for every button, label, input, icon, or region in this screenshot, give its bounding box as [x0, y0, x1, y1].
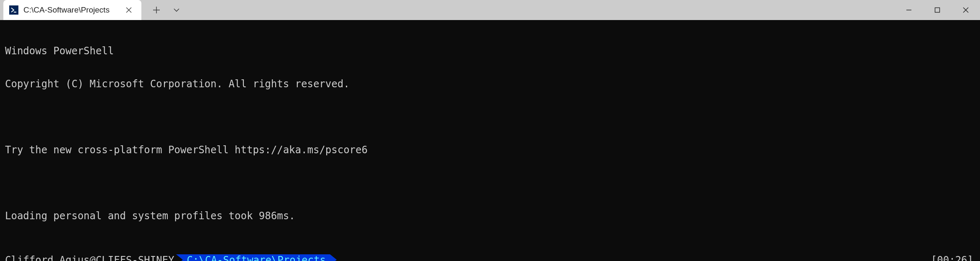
svg-rect-6: [935, 8, 940, 13]
tab-title: C:\CA-Software\Projects: [23, 5, 118, 15]
prompt-line: Clifford Agius@CLIFFS-SHINEY C:\CA-Softw…: [5, 254, 975, 261]
terminal-area[interactable]: Windows PowerShell Copyright (C) Microso…: [0, 20, 980, 261]
maximize-button[interactable]: [923, 0, 952, 20]
maximize-icon: [934, 7, 940, 13]
new-tab-button[interactable]: [151, 4, 162, 16]
minimize-icon: [906, 7, 912, 13]
chevron-down-icon: [173, 6, 180, 14]
powershell-icon: [9, 5, 18, 15]
window-controls: [895, 0, 980, 20]
close-window-button[interactable]: [952, 0, 980, 20]
titlebar: C:\CA-Software\Projects: [0, 0, 980, 20]
plus-icon: [153, 6, 160, 14]
banner-line: Try the new cross-platform PowerShell ht…: [5, 144, 975, 155]
tab-dropdown-button[interactable]: [171, 4, 182, 16]
tab-close-button[interactable]: [123, 4, 135, 16]
timestamp: [00:26]: [931, 255, 975, 261]
blank-line: [5, 111, 975, 122]
banner-line: Copyright (C) Microsoft Corporation. All…: [5, 79, 975, 89]
tab-active[interactable]: C:\CA-Software\Projects: [3, 0, 141, 20]
tabbar-actions: [141, 0, 182, 20]
close-icon: [126, 7, 132, 13]
minimize-button[interactable]: [895, 0, 923, 20]
banner-line: Windows PowerShell: [5, 46, 975, 56]
banner-line: Loading personal and system profiles too…: [5, 210, 975, 221]
cwd-segment: C:\CA-Software\Projects: [176, 254, 330, 261]
blank-line: [5, 177, 975, 188]
close-icon: [962, 7, 969, 13]
cwd-text: C:\CA-Software\Projects: [187, 255, 326, 261]
user-host: Clifford Agius@CLIFFS-SHINEY: [5, 255, 174, 261]
